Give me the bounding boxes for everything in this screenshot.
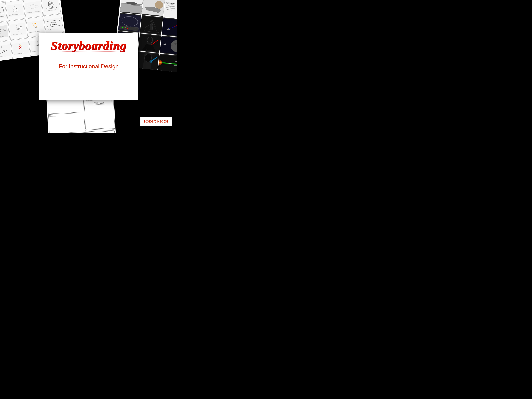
board-cell-6: 6 Proudly shows off storyboard (8, 19, 28, 40)
center-card: Storyboarding For Instructional Design (39, 33, 138, 100)
author-name: Robert Rector (144, 119, 168, 123)
sw-cell-3: EXT. SPACE Death Star emerges from behin… (164, 0, 177, 19)
svg-rect-46 (19, 26, 22, 29)
sw-cell-6 (162, 17, 177, 37)
board-cell-9: 9 Back to drawing board (0, 41, 13, 62)
sw-cell-12 (158, 54, 177, 72)
main-title: Storyboarding (43, 38, 135, 54)
board-cell-2: 2 Student feels overwhelmed (5, 0, 25, 21)
sw-cell-4 (118, 13, 141, 33)
svg-text:buttons for nav...: buttons for nav... (86, 101, 92, 102)
sw-cell-9 (160, 35, 177, 55)
sw-cell-8 (138, 33, 161, 53)
svg-text:10: 10 (19, 44, 20, 45)
svg-text:11: 11 (37, 41, 38, 43)
sw-cell-2 (142, 0, 165, 17)
svg-rect-114 (162, 18, 177, 36)
board-cell-4: Student staring - never done this (41, 0, 61, 16)
subtitle: For Instructional Design (59, 63, 119, 70)
sw-cell-11 (136, 51, 159, 71)
svg-line-52 (35, 22, 35, 23)
board-cell-3: 3 Ideas surrounded by blurry thoughts (23, 0, 43, 18)
board-cell-10: 10 Dismiss lightbulb moment (11, 38, 31, 59)
svg-text:Prev: Prev (95, 102, 97, 104)
board-cell-8: This Week: Storyboards Title card (44, 14, 64, 35)
author-badge: Robert Rector (140, 117, 172, 126)
sw-cell-5 (140, 15, 163, 35)
svg-text:Storyboarding: Storyboarding (51, 39, 127, 52)
svg-rect-112 (150, 25, 153, 30)
svg-text:Next: Next (101, 102, 103, 103)
sw-cell-1 (120, 0, 143, 14)
